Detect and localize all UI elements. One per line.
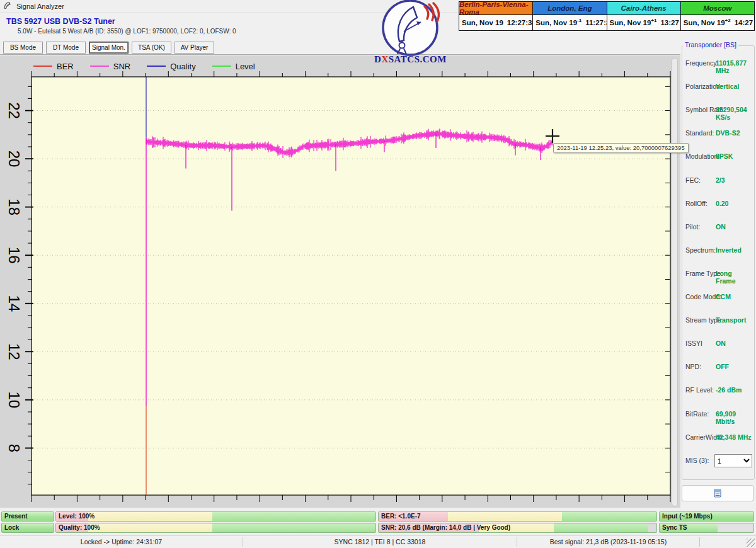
transponder-row: Frame Type:Long Frame bbox=[682, 270, 753, 278]
stream-capture-button[interactable] bbox=[682, 485, 753, 501]
status-best-signal: Best signal: 21,3 dB (2023-11-19 05:15) bbox=[517, 538, 699, 545]
svg-text:22: 22 bbox=[6, 102, 23, 119]
level-meter: Level: 100% bbox=[55, 511, 376, 522]
logo-text: DXSATCS.COM bbox=[374, 54, 447, 65]
input-rate-indicator: Input (~19 Mbps) bbox=[659, 511, 754, 522]
sync-ts-indicator: Sync TS bbox=[659, 523, 754, 533]
present-indicator: Present bbox=[1, 511, 54, 522]
clock-city-label: Moscow bbox=[681, 2, 754, 15]
clock-time: 14:27 bbox=[735, 19, 753, 26]
lock-indicator: Lock bbox=[1, 523, 54, 533]
transponder-row: Spectrum:Inverted bbox=[682, 246, 753, 255]
svg-text:10: 10 bbox=[6, 391, 23, 408]
transponder-row: Code Mode:CCM bbox=[682, 293, 753, 302]
transponder-row: Symbol Rate:35290,504 KS/s bbox=[682, 106, 753, 115]
mis-row: MIS (3): 1 bbox=[682, 457, 753, 471]
chart-tooltip: 2023-11-19 12.25.23, value: 20,700000762… bbox=[553, 143, 689, 153]
svg-text:20: 20 bbox=[6, 151, 23, 168]
clock-utc-offset: +2 bbox=[725, 18, 731, 23]
transponder-row: ISSYION bbox=[682, 340, 753, 348]
signal-analyzer-window: Signal Analyzer TBS 5927 USB DVB-S2 Tune… bbox=[0, 0, 756, 548]
status-uptime: Locked -> Uptime: 24:31:07 bbox=[0, 538, 243, 545]
transponder-title: Transponder [BS] bbox=[683, 41, 738, 49]
transponder-row: Stream type:Transport bbox=[682, 316, 753, 325]
status-bar: Locked -> Uptime: 24:31:07 SYNC 1812 | T… bbox=[0, 535, 756, 548]
transponder-row: CarrierWidth:42,348 MHz bbox=[682, 433, 753, 442]
transponder-row: RollOff:0.20 bbox=[682, 200, 753, 208]
transponder-row: Frequency:11015,877 MHz bbox=[682, 59, 753, 68]
satellite-dish-icon bbox=[374, 0, 447, 62]
status-sync-counters: SYNC 1812 | TEI 8 | CC 33018 bbox=[243, 538, 517, 545]
transponder-row: NPD:OFF bbox=[682, 363, 753, 372]
transponder-row: BitRate:69,909 Mbit/s bbox=[682, 410, 753, 419]
mis-label: MIS (3): bbox=[685, 457, 709, 464]
dxsatcs-logo: DXSATCS.COM bbox=[374, 0, 447, 66]
svg-text:14: 14 bbox=[6, 295, 23, 312]
svg-text:18: 18 bbox=[6, 198, 23, 215]
svg-text:16: 16 bbox=[6, 247, 23, 264]
transponder-row: Standard:DVB-S2 bbox=[682, 129, 753, 138]
transponder-panel: MIS (3): 1 Frequency:11015,877 MHzPolari… bbox=[680, 35, 756, 509]
transponder-row: FEC:2/3 bbox=[682, 176, 753, 185]
svg-text:12: 12 bbox=[6, 343, 23, 360]
snr-meter: SNR: 20,6 dB (Margin: 14,0 dB | Very Goo… bbox=[378, 523, 657, 533]
transponder-row: RF Level:-26 dBm bbox=[682, 386, 753, 395]
quality-meter: Quality: 100% bbox=[55, 523, 376, 533]
database-icon bbox=[713, 488, 723, 498]
snr-chart-plot[interactable]: 810121416182022 bbox=[0, 0, 680, 510]
clock-moscow: Moscow Sun, Nov 19+214:27 bbox=[681, 2, 754, 30]
clock-date: Sun, Nov 19 bbox=[684, 19, 725, 26]
transponder-row: Modulation:8PSK bbox=[682, 152, 753, 161]
transponder-row: Polarization:Vertical bbox=[682, 83, 753, 91]
ber-meter: BER: <1.0E-7 bbox=[378, 511, 657, 522]
transponder-groupbox: MIS (3): 1 Frequency:11015,877 MHzPolari… bbox=[682, 45, 755, 480]
transponder-row: Pilot:ON bbox=[682, 223, 753, 232]
svg-text:8: 8 bbox=[6, 444, 23, 452]
mis-select[interactable]: 1 bbox=[714, 454, 752, 467]
resize-grip[interactable] bbox=[747, 539, 755, 547]
